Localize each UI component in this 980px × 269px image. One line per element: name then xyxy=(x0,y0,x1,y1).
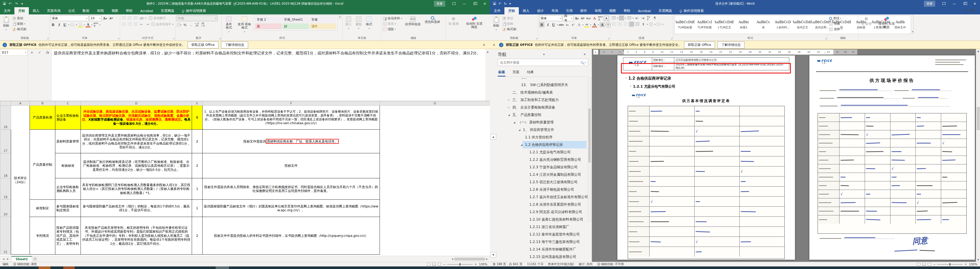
highlight-color-button[interactable]: ab xyxy=(584,22,589,27)
taskbar-app-blip[interactable] xyxy=(38,266,51,269)
nav-heading-item[interactable]: 1.1 供方管控程序 xyxy=(498,133,588,141)
word-ribbon-tab[interactable]: 插入 xyxy=(519,7,533,14)
formula-input[interactable]: 提供供应商管理文件及主要外购原材料合格分包商清单，得1分，缺少一项不得分；对原材… xyxy=(51,49,485,101)
word-ribbon-tab[interactable]: 引用 xyxy=(562,7,576,14)
nav-heading-item[interactable]: 1.2.2 嘉兴亮冶钢铁贸易有限公司 xyxy=(498,156,588,163)
taskbar-app-blip[interactable] xyxy=(63,266,75,269)
excel-ribbon-tab[interactable]: 公式 xyxy=(64,7,79,14)
column-header-a[interactable]: A xyxy=(11,101,30,106)
format-cells-button[interactable]: 格式▾ xyxy=(364,16,374,31)
cut-button[interactable]: 剪切 xyxy=(502,16,517,21)
undo-icon[interactable]: ↶ xyxy=(498,2,501,6)
expand-triangle-icon[interactable]: ◢ xyxy=(519,128,520,131)
scroll-down-icon[interactable]: ▼ xyxy=(976,258,980,262)
scroll-thumb[interactable] xyxy=(977,107,980,130)
learn-more-button[interactable]: 了解详细信息 xyxy=(221,42,248,48)
excel-search-tab[interactable]: 操作说明搜索 xyxy=(178,7,210,14)
phonetic-guide-icon[interactable]: wén文 xyxy=(598,16,603,21)
name-box[interactable]: D17▾ xyxy=(0,49,28,56)
ribbon-display-options-icon[interactable] xyxy=(939,0,949,7)
find-select-button[interactable]: 查找和选择 xyxy=(423,16,442,24)
word-zoom-slider[interactable]: −+ xyxy=(933,263,967,266)
insert-cells-button[interactable]: 插入▾ xyxy=(344,16,353,31)
minimize-button[interactable]: — xyxy=(949,0,959,7)
cell-f20[interactable]: 提供国家级防爆产品标准文件（现行）封面及制定单位相关页复印件及网上查询截图。标准… xyxy=(202,200,380,217)
excel-ribbon-tab[interactable]: 文件 xyxy=(0,7,14,14)
cell-e21[interactable]: 2 xyxy=(192,217,202,255)
cell-e16[interactable]: 6 xyxy=(192,106,202,130)
font-size-combo[interactable]: 四号▾ xyxy=(563,16,573,21)
learn-more-button[interactable]: 了解详细信息 xyxy=(718,42,745,48)
minimize-button[interactable]: — xyxy=(459,0,469,7)
justify-icon[interactable] xyxy=(629,22,634,27)
cell-b16[interactable]: 产品质量检测 xyxy=(30,106,55,130)
nav-scroll-thumb[interactable] xyxy=(588,109,590,163)
cell-d17[interactable]: 提供供应商管理文件及主要外购原材料合格分包商清单，得1分，缺少一项不得分；对原材… xyxy=(81,130,192,153)
excel-ribbon-tab[interactable]: 页面布局 xyxy=(43,7,64,14)
nav-heading-item[interactable]: 12、 xyxy=(498,78,588,81)
nav-search-box[interactable]: ▾ xyxy=(498,59,588,66)
ribbon-display-options-icon[interactable] xyxy=(449,0,459,7)
select-all-corner[interactable] xyxy=(0,101,11,106)
restore-button[interactable] xyxy=(469,0,480,7)
cut-button[interactable]: 剪切 xyxy=(12,16,27,21)
cell-e18[interactable]: 2 xyxy=(192,153,202,178)
cell-style-chip[interactable]: 适中 xyxy=(310,23,336,29)
cell-style-chip[interactable]: 差 xyxy=(255,23,282,29)
bullets-icon[interactable] xyxy=(611,16,616,21)
row-header-19[interactable]: 19 xyxy=(0,178,11,200)
cell-e19[interactable]: 1 xyxy=(192,178,202,200)
nav-tab-pages[interactable]: 页面 xyxy=(512,69,520,77)
addins-button[interactable]: 加 载项 xyxy=(447,16,460,26)
nav-heading-item[interactable]: 1.2.12 泰州市嘉晨管件有限公司 xyxy=(498,231,588,238)
excel-ribbon-tab[interactable]: 插入 xyxy=(29,7,43,14)
font-dialog-launcher-icon[interactable] xyxy=(118,38,119,39)
clear-button[interactable]: 清除▾ xyxy=(382,27,402,32)
qat-customize-icon[interactable]: ▾ xyxy=(21,2,23,6)
word-ribbon-tab[interactable]: 视图 xyxy=(605,7,620,14)
word-style-chip[interactable]: AaBbCcITLM节标题 xyxy=(695,16,714,33)
decrease-decimal-icon[interactable]: .00→.0 xyxy=(200,22,205,27)
subscript-icon[interactable]: x₂ xyxy=(565,22,570,27)
word-ribbon-tab[interactable]: 邮件 xyxy=(576,7,591,14)
styles-more-icon[interactable]: ▾ xyxy=(912,16,913,34)
grow-font-button[interactable]: A▲ xyxy=(102,16,108,21)
nav-heading-item[interactable]: 1.2.14 乐清市华林橡胶配件厂 xyxy=(498,245,588,253)
delete-cells-button[interactable]: 删除▾ xyxy=(354,16,363,31)
nav-heading-item[interactable]: 1.2.3 宁波市金品铜业有限公司 xyxy=(498,163,588,171)
cell-c19[interactable]: 企业专职检验检测机构和人员 xyxy=(55,178,81,200)
formula-bar-collapse-icon[interactable]: ▲ xyxy=(485,49,490,101)
increase-decimal-icon[interactable]: ←.0.00 xyxy=(194,22,199,27)
share-button[interactable]: ⎘共享 xyxy=(962,8,979,13)
horizontal-scrollbar[interactable]: ◀▶ xyxy=(449,256,490,262)
cell-e17[interactable]: 2 xyxy=(192,130,202,153)
column-header-c[interactable]: C xyxy=(55,101,81,106)
copy-button[interactable]: 复制▾ xyxy=(12,21,27,26)
page-layout-view-icon[interactable] xyxy=(432,263,436,266)
percent-style-icon[interactable]: % xyxy=(183,22,188,27)
align-center-icon[interactable] xyxy=(617,22,622,27)
save-icon[interactable] xyxy=(3,2,6,6)
column-header-e[interactable]: E xyxy=(192,101,202,106)
nav-pane-scrollbar[interactable] xyxy=(588,77,591,222)
grow-font-button[interactable]: A▲ xyxy=(574,16,579,21)
shading-icon[interactable] xyxy=(649,22,654,27)
find-button[interactable]: 查找▾ xyxy=(829,16,843,21)
nav-heading-item[interactable]: ▷三、 加工制造和工艺处理能力 xyxy=(498,96,588,104)
word-track-changes[interactable]: 修订: 关闭 xyxy=(579,262,592,266)
word-ribbon-tab[interactable]: 开始 xyxy=(504,7,519,14)
expand-triangle-icon[interactable]: ▷ xyxy=(508,99,510,101)
web-layout-icon[interactable] xyxy=(928,263,931,266)
numbering-icon[interactable] xyxy=(619,16,624,21)
column-header-d[interactable]: D xyxy=(81,101,192,106)
accounting-format-icon[interactable]: ▾ xyxy=(177,22,182,27)
font-dialog-launcher-icon[interactable] xyxy=(608,38,609,39)
zoom-knob[interactable] xyxy=(950,263,950,266)
cell-f17[interactable]: 投标文件需提供原材料供应商名称、厂址、联系人姓名及电话等。 xyxy=(202,130,380,153)
cell-d20[interactable]: 参与国家级防爆产品标准文件（现行）的制定，每提供1个的得0.5分，最高得1分，不… xyxy=(81,200,192,217)
orientation-icon[interactable]: ab̸ xyxy=(139,16,144,21)
paragraph-dialog-launcher-icon[interactable] xyxy=(671,38,672,39)
excel-ribbon-tab[interactable]: 视图 xyxy=(108,7,122,14)
word-style-chip[interactable]: AaBbCcDdE↓TLM正文 xyxy=(715,16,734,33)
autosum-button[interactable]: 自动求和▾ xyxy=(382,16,402,21)
